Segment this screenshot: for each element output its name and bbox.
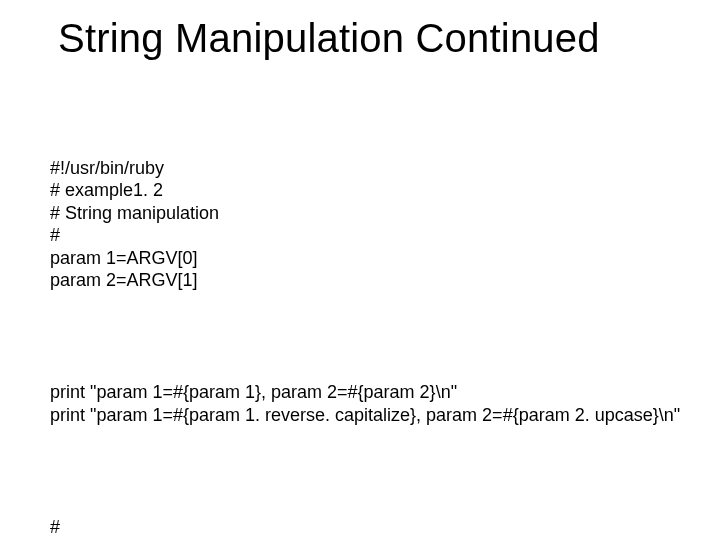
code-line: print "param 1=#{param 1}, param 2=#{par… <box>50 382 457 402</box>
code-line: param 1=ARGV[0] <box>50 248 198 268</box>
slide: String Manipulation Continued #!/usr/bin… <box>0 0 720 540</box>
code-line: # String manipulation <box>50 203 219 223</box>
code-section-1: #!/usr/bin/ruby # example1. 2 # String m… <box>50 134 686 292</box>
code-line: param 2=ARGV[1] <box>50 270 198 290</box>
code-line: # <box>50 517 60 537</box>
code-section-2: print "param 1=#{param 1}, param 2=#{par… <box>50 359 686 427</box>
code-line: # example1. 2 <box>50 180 163 200</box>
code-line: # <box>50 225 60 245</box>
code-line: print "param 1=#{param 1. reverse. capit… <box>50 405 680 425</box>
code-block: #!/usr/bin/ruby # example1. 2 # String m… <box>50 89 686 540</box>
slide-title: String Manipulation Continued <box>58 16 686 61</box>
code-section-3: # # The unfamiliar format below is an ex… <box>50 493 686 540</box>
code-line: #!/usr/bin/ruby <box>50 158 164 178</box>
